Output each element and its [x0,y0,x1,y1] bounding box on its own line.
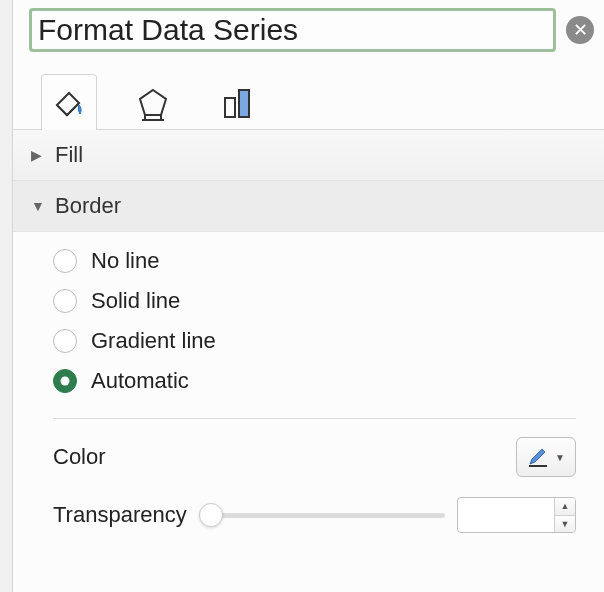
svg-rect-4 [239,90,249,117]
radio-label: Gradient line [91,328,216,354]
transparency-spinner: ▲ ▼ [457,497,576,533]
radio-gradient-line[interactable]: Gradient line [53,328,576,354]
pencil-icon [527,446,549,468]
border-section-header[interactable]: ▼ Border [13,181,604,232]
spinner-down[interactable]: ▼ [555,515,575,532]
transparency-input[interactable] [458,498,554,532]
spinner-up[interactable]: ▲ [555,498,575,515]
radio-label: Solid line [91,288,180,314]
transparency-row: Transparency ▲ ▼ [53,497,576,533]
radio-indicator [53,329,77,353]
slider-track [199,513,445,518]
radio-solid-line[interactable]: Solid line [53,288,576,314]
transparency-slider[interactable] [199,503,445,527]
radio-indicator [53,249,77,273]
series-options-tab[interactable] [209,74,265,130]
spinner-buttons: ▲ ▼ [554,498,575,532]
fill-section-label: Fill [55,142,83,168]
color-row: Color ▼ [53,437,576,477]
effects-tab[interactable] [125,74,181,130]
close-icon: ✕ [573,19,588,41]
format-tabs [13,56,604,130]
transparency-label: Transparency [53,502,187,528]
border-section-body: No line Solid line Gradient line Automat… [13,232,604,543]
border-line-type-group: No line Solid line Gradient line Automat… [53,248,576,394]
panel-header: Format Data Series ✕ [13,0,604,56]
radio-automatic[interactable]: Automatic [53,368,576,394]
svg-rect-3 [225,98,235,117]
chevron-down-icon: ▼ [31,198,45,214]
color-label: Color [53,444,106,470]
pentagon-icon [135,85,171,121]
radio-label: No line [91,248,159,274]
radio-label: Automatic [91,368,189,394]
paint-bucket-icon [51,85,87,121]
slider-thumb[interactable] [199,503,223,527]
format-data-series-panel: Format Data Series ✕ [12,0,604,592]
radio-indicator [53,289,77,313]
divider [53,418,576,419]
dropdown-arrow-icon: ▼ [555,452,565,463]
radio-no-line[interactable]: No line [53,248,576,274]
chevron-right-icon: ▶ [31,147,45,163]
border-section-label: Border [55,193,121,219]
panel-title: Format Data Series [29,8,556,52]
fill-section-header[interactable]: ▶ Fill [13,130,604,181]
color-picker[interactable]: ▼ [516,437,576,477]
fill-line-tab[interactable] [41,74,97,130]
bar-chart-icon [219,85,255,121]
radio-indicator [53,369,77,393]
close-button[interactable]: ✕ [566,16,594,44]
